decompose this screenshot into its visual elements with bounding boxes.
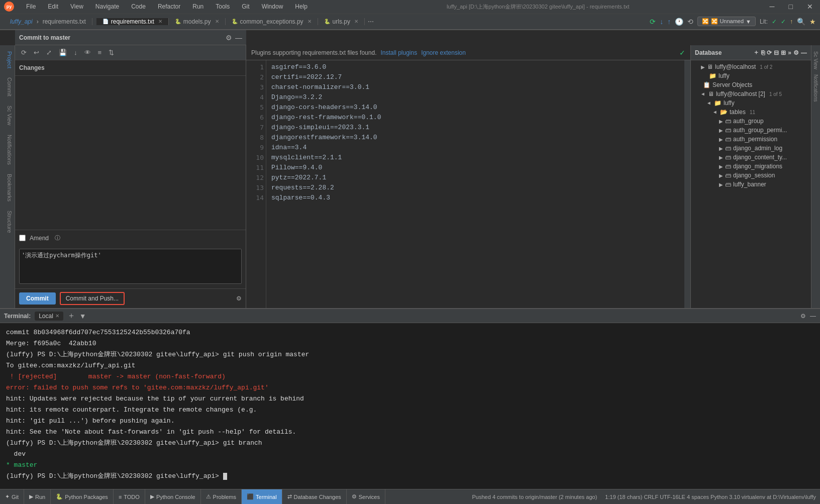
bookmark-icon[interactable]: ★ [809, 18, 816, 26]
db-item-luffy2[interactable]: ▼ 📁 luffy [691, 98, 811, 108]
tab-common-exceptions-close[interactable]: ✕ [308, 19, 312, 24]
db-item-django-migrations[interactable]: ▶ 🗃 django_migrations [691, 162, 811, 171]
tab-urls[interactable]: 🐍 urls.py ✕ [318, 18, 365, 25]
commit-push-button[interactable]: Commit and Push... [60, 292, 125, 305]
side-tab-scview[interactable]: Sc View [0, 102, 15, 130]
commit-button[interactable]: Commit [19, 292, 56, 305]
db-close-icon[interactable]: — [801, 49, 807, 56]
amend-info-icon[interactable]: ⓘ [55, 234, 60, 242]
commit-settings-btn[interactable]: ⚙ [236, 295, 242, 302]
sb-python-console[interactable]: ▶ Python Console [145, 489, 201, 504]
commit-message-input[interactable]: '演示通过pycharm操作git' [19, 249, 242, 284]
sb-git[interactable]: ✦ Git [0, 489, 24, 504]
changes-area[interactable] [15, 76, 246, 230]
amend-checkbox[interactable] [19, 235, 26, 241]
sb-db-changes[interactable]: ⇄ Database Changes [282, 489, 347, 504]
side-tab-structure[interactable]: Structure [0, 207, 15, 237]
terminal-close-btn[interactable]: — [810, 313, 816, 320]
db-copy-icon[interactable]: ⎘ [761, 49, 765, 56]
db-more-icon[interactable]: » [788, 49, 791, 56]
menu-run[interactable]: Run [190, 2, 206, 11]
download-icon[interactable]: ↓ [72, 48, 79, 57]
tab-urls-close[interactable]: ✕ [354, 19, 358, 24]
menu-refactor[interactable]: Refactor [156, 2, 182, 11]
commit-panel-close-icon[interactable]: — [235, 34, 242, 42]
sb-terminal[interactable]: ⬛ Terminal [242, 489, 282, 504]
tab-common-exceptions[interactable]: 🐍 common_exceptions.py ✕ [226, 18, 318, 25]
right-scview-tab[interactable]: Sc View [813, 49, 818, 71]
project-tab[interactable]: luffy_api › requirements.txt [4, 18, 92, 25]
db-item-luffy-localhost-1[interactable]: ▶ 🖥 luffy@localhost 1 of 2 [691, 62, 811, 71]
ignore-extension-link[interactable]: Ignore extension [421, 49, 466, 56]
code-content[interactable]: asgiref==3.6.0certifi==2022.12.7charset-… [266, 60, 684, 308]
sb-todo[interactable]: ≡ TODO [114, 489, 145, 504]
install-plugins-link[interactable]: Install plugins [380, 49, 417, 56]
more-tabs-btn[interactable]: ⋯ [365, 18, 377, 25]
terminal-tab-close[interactable]: ✕ [55, 313, 59, 319]
db-item-auth-group[interactable]: ▶ 🗃 auth_group [691, 117, 811, 126]
db-item-tables[interactable]: ▼ 📂 tables 11 [691, 108, 811, 117]
db-item-django-session[interactable]: ▶ 🗃 django_session [691, 171, 811, 180]
tab-models-close[interactable]: ✕ [215, 19, 219, 24]
eye-icon[interactable]: 👁 [82, 48, 93, 57]
undo-icon[interactable]: ↩ [32, 48, 41, 57]
tab-models[interactable]: 🐍 models.py ✕ [169, 18, 226, 25]
git-push-icon[interactable]: ↑ [667, 18, 671, 26]
db-filter-icon[interactable]: ⊟ [774, 49, 779, 56]
close-btn[interactable]: ✕ [807, 3, 813, 11]
side-tab-notifications[interactable]: Notifications [0, 131, 15, 169]
git-history-icon[interactable]: 🕐 [675, 18, 683, 26]
search-icon[interactable]: 🔍 [797, 18, 805, 26]
git-fetch-icon[interactable]: ↓ [660, 18, 663, 26]
menu-navigate[interactable]: Navigate [93, 2, 121, 11]
menu-code[interactable]: Code [129, 2, 148, 11]
side-tab-project[interactable]: Project [0, 47, 15, 72]
save-icon[interactable]: 💾 [57, 48, 69, 57]
side-tab-commit[interactable]: Commit [0, 73, 15, 100]
terminal-tab-local[interactable]: Local ✕ [35, 312, 63, 321]
db-item-auth-group-permi[interactable]: ▶ 🗃 auth_group_permi... [691, 126, 811, 135]
terminal-settings-btn[interactable]: ⚙ [800, 313, 806, 320]
db-item-django-content-ty[interactable]: ▶ 🗃 django_content_ty... [691, 153, 811, 162]
menu-window[interactable]: Window [260, 2, 285, 11]
commit-settings-icon[interactable]: ⚙ [226, 34, 232, 42]
db-add-icon[interactable]: ＋ [753, 48, 759, 57]
git-rollback-icon[interactable]: ⟲ [687, 18, 693, 26]
sb-problems[interactable]: ⚠ Problems [201, 489, 242, 504]
db-settings-icon[interactable]: ⚙ [793, 49, 799, 56]
sb-run[interactable]: ▶ Run [24, 489, 51, 504]
menu-help[interactable]: Help [293, 2, 310, 11]
editor-scrollbar[interactable] [684, 60, 690, 308]
git-refresh-icon[interactable]: ⟳ [650, 18, 656, 26]
db-item-server-objects[interactable]: 📋 Server Objects [691, 80, 811, 89]
menu-tools[interactable]: Tools [214, 2, 232, 11]
tab-requirements-close[interactable]: ✕ [158, 19, 162, 24]
db-item-auth-permission[interactable]: ▶ 🗃 auth_permission [691, 135, 811, 144]
db-arrow-9: ▶ [719, 137, 723, 142]
maximize-btn[interactable]: □ [789, 3, 793, 11]
sb-python-packages[interactable]: 🐍 Python Packages [51, 489, 114, 504]
db-item-luffy-folder[interactable]: 📁 luffy [691, 71, 811, 80]
menu-view[interactable]: View [68, 2, 85, 11]
sort-icon[interactable]: ⇅ [107, 48, 116, 57]
terminal-body[interactable]: commit 8b034968f6dd707ec7553125242b55b03… [0, 323, 820, 489]
db-item-django-admin-log[interactable]: ▶ 🗃 django_admin_log [691, 144, 811, 153]
tab-requirements[interactable]: 📄 requirements.txt ✕ [96, 18, 169, 25]
expand-icon[interactable]: ⤢ [44, 48, 54, 57]
db-item-luffy-localhost-2[interactable]: ▼ 🖥 luffy@localhost [2] 1 of 5 [691, 89, 811, 98]
side-tab-bookmarks[interactable]: Bookmarks [0, 170, 15, 206]
branch-selector[interactable]: 🔀 🔀 Unnamed ▼ [697, 17, 756, 26]
db-refresh-icon[interactable]: ⟳ [767, 49, 772, 56]
minimize-btn[interactable]: ─ [770, 3, 775, 11]
sb-services[interactable]: ⚙ Services [347, 489, 385, 504]
terminal-dropdown-btn[interactable]: ▼ [79, 312, 86, 320]
right-notifications-tab[interactable]: Notifications [813, 72, 818, 104]
db-grid-icon[interactable]: ⊞ [781, 49, 786, 56]
menu-git[interactable]: Git [240, 2, 251, 11]
list-icon[interactable]: ≡ [96, 48, 104, 57]
refresh-icon[interactable]: ⟳ [19, 48, 29, 57]
terminal-add-btn[interactable]: ＋ [67, 311, 75, 321]
menu-file[interactable]: File [24, 2, 38, 11]
menu-edit[interactable]: Edit [46, 2, 60, 11]
db-item-luffy-banner[interactable]: ▶ 🗃 luffy_banner [691, 180, 811, 189]
